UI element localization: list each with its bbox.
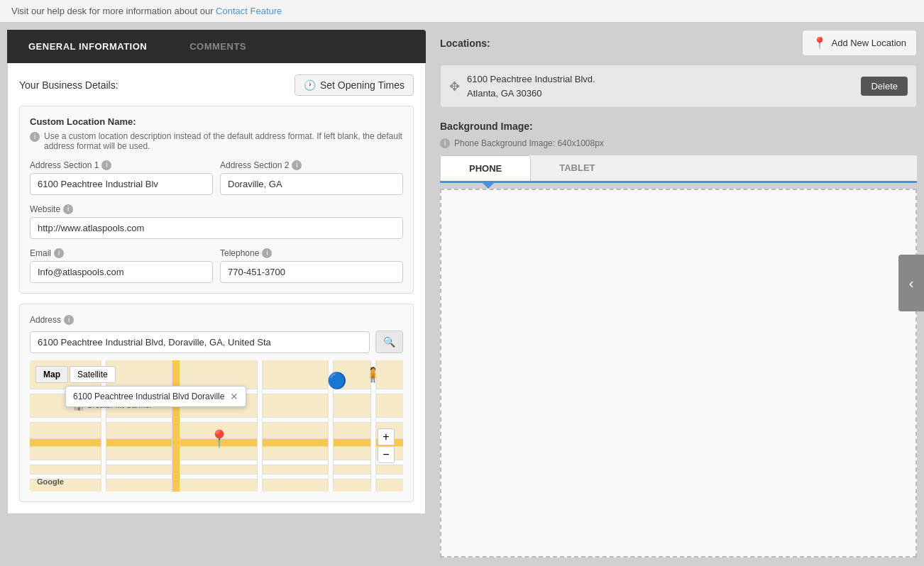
custom-location-title: Custom Location Name:: [30, 116, 403, 127]
address-section2-label: Address Section 2 i: [220, 160, 403, 170]
website-info-icon: i: [63, 204, 73, 214]
telephone-group: Telephone i: [220, 248, 403, 283]
address-sections-row: Address Section 1 i Address Section 2 i: [30, 160, 403, 195]
background-image-hint: i Phone Background Image: 640x1008px: [440, 138, 917, 148]
website-input[interactable]: [30, 217, 403, 239]
map-container[interactable]: Map Satellite ⛪ Greater Mt Carmel 6100 P…: [30, 360, 403, 492]
telephone-info-icon: i: [262, 248, 272, 258]
chevron-left-icon: ‹: [909, 275, 914, 292]
address-section2-input[interactable]: [220, 173, 403, 195]
background-image-title: Background Image:: [440, 121, 917, 132]
address-search-input[interactable]: [30, 331, 370, 353]
zoom-in-button[interactable]: +: [378, 428, 395, 445]
address-section1-group: Address Section 1 i: [30, 160, 213, 195]
map-pin: 📍: [209, 429, 230, 449]
address-search-row: 🔍: [30, 331, 403, 353]
address-section: Address i 🔍: [19, 304, 414, 502]
map-zoom-controls: + −: [378, 428, 395, 463]
website-row: Website i: [30, 204, 403, 239]
address-info-icon: i: [64, 315, 74, 325]
add-new-location-button[interactable]: 📍 Add New Location: [802, 30, 917, 56]
map-view-button[interactable]: Map: [35, 366, 68, 383]
tab-phone[interactable]: PHONE: [440, 155, 531, 181]
topbar-text: Visit our help desk for more information…: [11, 6, 213, 16]
map-popup: 6100 Peachtree Industrial Blvd Doraville…: [65, 386, 246, 407]
telephone-input[interactable]: [220, 261, 403, 283]
map-popup-close[interactable]: ✕: [230, 391, 238, 402]
tab-indicator: [440, 183, 917, 189]
email-group: Email i: [30, 248, 213, 283]
set-opening-times-button[interactable]: 🕐 Set Opening Times: [295, 74, 414, 96]
pin-icon: 📍: [813, 36, 827, 50]
background-image-section: Background Image: i Phone Background Ima…: [440, 121, 917, 557]
locations-header: Locations: 📍 Add New Location: [440, 30, 917, 56]
custom-location-box: Custom Location Name: i Use a custom loc…: [19, 106, 414, 294]
address2-info-icon: i: [292, 160, 302, 170]
tab-tablet[interactable]: TABLET: [531, 155, 623, 181]
website-group: Website i: [30, 204, 403, 239]
tab-general-information[interactable]: GENERAL INFORMATION: [7, 30, 168, 63]
main-content: GENERAL INFORMATION COMMENTS Your Busine…: [0, 23, 924, 566]
email-label: Email i: [30, 248, 213, 258]
email-input[interactable]: [30, 261, 213, 283]
tab-comments[interactable]: COMMENTS: [168, 30, 268, 63]
bg-info-icon: i: [440, 138, 450, 148]
clock-icon: 🕐: [304, 79, 316, 91]
map-toolbar: Map Satellite: [35, 366, 116, 383]
drag-handle-icon[interactable]: ✥: [449, 79, 460, 94]
location-item: ✥ 6100 Peachtree Industrial Blvd. Atlant…: [440, 65, 917, 108]
email-info-icon: i: [54, 248, 64, 258]
info-icon: i: [30, 132, 40, 142]
device-tabs: PHONE TABLET: [440, 155, 917, 183]
satellite-view-button[interactable]: Satellite: [70, 366, 116, 383]
google-logo: Google: [37, 477, 64, 486]
tab-indicator-triangle: [483, 183, 494, 189]
delete-location-button[interactable]: Delete: [861, 77, 908, 96]
top-bar: Visit our help desk for more information…: [0, 0, 924, 23]
right-panel: Locations: 📍 Add New Location ✥ 6100 Pea…: [440, 30, 917, 559]
tabs-bar: GENERAL INFORMATION COMMENTS: [7, 30, 426, 63]
search-icon: 🔍: [383, 336, 395, 348]
telephone-label: Telephone i: [220, 248, 403, 258]
locations-label: Locations:: [440, 38, 490, 49]
phone-preview-area: [440, 189, 917, 557]
contact-row: Email i Telephone i: [30, 248, 403, 283]
left-panel: GENERAL INFORMATION COMMENTS Your Busine…: [7, 30, 426, 559]
contact-feature-link[interactable]: Contact Feature: [216, 6, 282, 16]
address-section1-label: Address Section 1 i: [30, 160, 213, 170]
business-details-header: Your Business Details: 🕐 Set Opening Tim…: [19, 74, 414, 96]
device-tabs-container: PHONE TABLET: [440, 155, 917, 557]
business-details-label: Your Business Details:: [19, 79, 119, 91]
address-label: Address i: [30, 314, 403, 325]
location-address: 6100 Peachtree Industrial Blvd. Atlanta,…: [467, 72, 854, 100]
address-search-button[interactable]: 🔍: [375, 331, 403, 353]
address-section2-group: Address Section 2 i: [220, 160, 403, 195]
custom-location-info: i Use a custom location description inst…: [30, 131, 403, 151]
address-section1-input[interactable]: [30, 173, 213, 195]
sidebar-arrow-button[interactable]: ‹: [898, 255, 924, 311]
address1-info-icon: i: [101, 160, 111, 170]
user-location: 🔵: [327, 372, 346, 390]
street-view-person[interactable]: 🧍: [364, 366, 382, 383]
website-label: Website i: [30, 204, 403, 214]
zoom-out-button[interactable]: −: [378, 446, 395, 463]
form-panel: Your Business Details: 🕐 Set Opening Tim…: [7, 63, 426, 514]
